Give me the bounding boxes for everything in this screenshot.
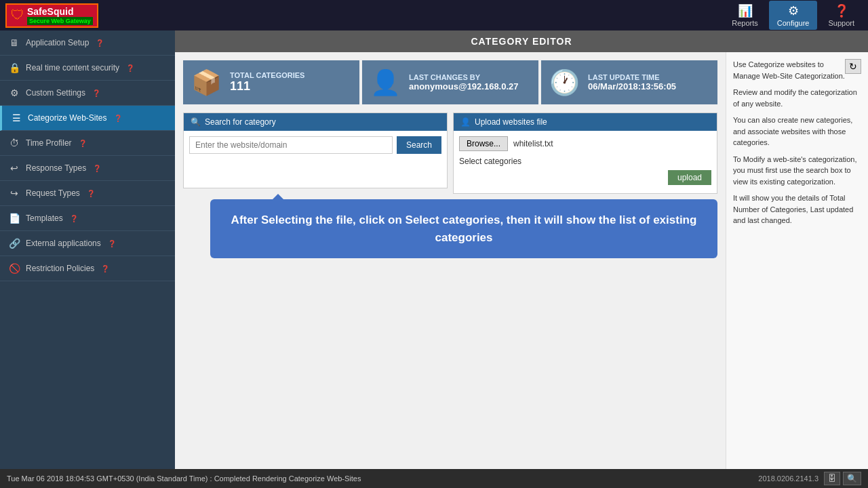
upload-body: Browse... whitelist.txt Select categorie…: [454, 131, 717, 193]
nav-right: 📊 Reports ⚙ Configure ❓ Support: [724, 1, 863, 30]
center-panel: 📦 TOTAL CATEGORIES 111 👤 LAST CHANGES BY…: [175, 52, 726, 469]
status-icon-db[interactable]: 🗄: [824, 472, 840, 485]
stat-value-2: 06/Mar/2018:13:56:05: [588, 81, 676, 92]
sidebar-help-icon-response-types: ❓: [93, 165, 101, 172]
content-area: CATEGORY EDITOR 📦 TOTAL CATEGORIES 111 👤…: [175, 30, 868, 469]
sidebar-item-categorize-web-sites[interactable]: ☰ Categorize Web-Sites ❓: [0, 106, 175, 131]
search-button[interactable]: Search: [397, 136, 441, 154]
file-name: whitelist.txt: [513, 139, 553, 148]
upload-header-label: Upload websites file: [475, 117, 547, 127]
configure-nav-button[interactable]: ⚙ Configure: [769, 1, 818, 30]
logo-icon: 🛡: [11, 7, 24, 23]
sidebar-item-icon-custom-settings: ⚙: [8, 87, 20, 98]
search-section: 🔍 Search for category Search: [183, 113, 448, 188]
tooltip-box: After Selecting the file, click on Selec…: [210, 199, 717, 258]
tooltip-text: After Selecting the file, click on Selec…: [231, 214, 697, 244]
browse-button[interactable]: Browse...: [459, 136, 508, 151]
sidebar-item-label-custom-settings: Custom Settings: [26, 88, 85, 98]
status-icon-search[interactable]: 🔍: [843, 472, 861, 485]
sidebar-item-external-applications[interactable]: 🔗 External applications ❓: [0, 231, 175, 256]
reports-nav-button[interactable]: 📊 Reports: [724, 1, 766, 30]
version-text: 2018.0206.2141.3: [758, 474, 818, 483]
sidebar-help-icon-application-setup: ❓: [96, 39, 104, 47]
stat-icon-0: 📦: [191, 68, 222, 97]
help-paragraph-2: You can also create new categories, and …: [733, 115, 861, 148]
sidebar-item-label-external-applications: External applications: [26, 239, 101, 248]
sidebar-item-icon-categorize-web-sites: ☰: [10, 113, 22, 123]
search-input-row: Search: [189, 136, 441, 154]
select-categories-label: Select categories: [459, 155, 711, 167]
search-upload-row: 🔍 Search for category Search: [183, 113, 717, 194]
sidebar-item-restriction-policies[interactable]: 🚫 Restriction Policies ❓: [0, 256, 175, 281]
sidebar: 🖥 Application Setup ❓ 🔒 Real time conten…: [0, 30, 175, 469]
stat-icon-2: 🕐: [549, 68, 580, 97]
configure-label: Configure: [777, 19, 810, 27]
support-nav-button[interactable]: ❓ Support: [820, 1, 863, 30]
help-paragraph-0: Use Categorize websites to Manage Web-Si…: [733, 59, 861, 81]
sidebar-item-label-templates: Templates: [26, 214, 63, 223]
status-icons: 🗄 🔍: [824, 472, 861, 485]
sidebar-item-icon-time-profiler: ⏱: [8, 138, 20, 148]
status-bar: Tue Mar 06 2018 18:04:53 GMT+0530 (India…: [0, 469, 868, 488]
logo-box: 🛡 SafeSquid Secure Web Gateway: [5, 3, 98, 28]
help-refresh-button[interactable]: ↻: [845, 59, 861, 74]
sidebar-item-custom-settings[interactable]: ⚙ Custom Settings ❓: [0, 81, 175, 106]
sidebar-help-icon-templates: ❓: [70, 215, 78, 222]
sidebar-item-icon-templates: 📄: [8, 213, 20, 224]
stat-card-0: 📦 TOTAL CATEGORIES 111: [183, 60, 359, 104]
sidebar-help-icon-restriction-policies: ❓: [101, 265, 109, 272]
sidebar-item-request-types[interactable]: ↪ Request Types ❓: [0, 181, 175, 206]
sidebar-help-icon-custom-settings: ❓: [92, 89, 100, 97]
stat-card-1: 👤 LAST CHANGES BY anonymous@192.168.0.27: [362, 60, 538, 104]
sidebar-help-icon-external-applications: ❓: [108, 240, 116, 247]
search-section-header: 🔍 Search for category: [184, 113, 447, 131]
search-input[interactable]: [189, 136, 393, 154]
sidebar-item-icon-real-time-content: 🔒: [8, 62, 20, 73]
sidebar-help-icon-time-profiler: ❓: [79, 140, 87, 147]
sidebar-item-label-real-time-content: Real time content security: [26, 63, 119, 73]
top-navigation: 🛡 SafeSquid Secure Web Gateway 📊 Reports…: [0, 0, 868, 30]
sidebar-item-label-categorize-web-sites: Categorize Web-Sites: [28, 113, 107, 123]
sidebar-item-response-types[interactable]: ↩ Response Types ❓: [0, 156, 175, 181]
status-bar-right: 2018.0206.2141.3 🗄 🔍: [758, 472, 861, 485]
main-layout: 🖥 Application Setup ❓ 🔒 Real time conten…: [0, 30, 868, 469]
help-panel: ↻ Use Categorize websites to Manage Web-…: [726, 52, 868, 469]
upload-header-icon: 👤: [460, 117, 471, 127]
help-paragraph-4: It will show you the details of Total Nu…: [733, 192, 861, 226]
configure-icon: ⚙: [788, 3, 799, 18]
help-paragraph-3: To Modify a web-site's categorization, y…: [733, 154, 861, 188]
upload-section-header: 👤 Upload websites file: [454, 113, 717, 131]
logo-tagline: Secure Web Gateway: [27, 17, 93, 25]
file-row: Browse... whitelist.txt: [459, 136, 711, 151]
search-header-icon: 🔍: [191, 117, 201, 127]
stat-info-1: LAST CHANGES BY anonymous@192.168.0.27: [409, 73, 519, 92]
sidebar-item-label-response-types: Response Types: [26, 163, 86, 173]
main-content: 📦 TOTAL CATEGORIES 111 👤 LAST CHANGES BY…: [175, 52, 868, 469]
support-label: Support: [828, 19, 854, 27]
sidebar-item-icon-application-setup: 🖥: [8, 37, 20, 48]
help-paragraph-1: Review and modify the categorization of …: [733, 87, 861, 109]
reports-icon: 📊: [738, 3, 753, 18]
sidebar-item-real-time-content[interactable]: 🔒 Real time content security ❓: [0, 56, 175, 81]
sidebar-item-templates[interactable]: 📄 Templates ❓: [0, 206, 175, 231]
logo-area: 🛡 SafeSquid Secure Web Gateway: [5, 3, 98, 28]
sidebar-item-icon-request-types: ↪: [8, 188, 20, 199]
stat-value-1: anonymous@192.168.0.27: [409, 81, 519, 92]
sidebar-item-label-time-profiler: Time Profiler: [26, 138, 72, 148]
reports-label: Reports: [732, 19, 758, 27]
upload-button[interactable]: upload: [668, 170, 711, 185]
upload-section: 👤 Upload websites file Browse... whiteli…: [453, 113, 717, 194]
sidebar-item-label-application-setup: Application Setup: [26, 38, 89, 47]
stat-card-2: 🕐 LAST UPDATE TIME 06/Mar/2018:13:56:05: [541, 60, 717, 104]
sidebar-item-time-profiler[interactable]: ⏱ Time Profiler ❓: [0, 131, 175, 156]
sidebar-help-icon-request-types: ❓: [87, 190, 95, 197]
page-title: CATEGORY EDITOR: [471, 36, 572, 47]
stat-info-2: LAST UPDATE TIME 06/Mar/2018:13:56:05: [588, 73, 676, 92]
stat-info-0: TOTAL CATEGORIES 111: [230, 71, 304, 94]
stat-label-2: LAST UPDATE TIME: [588, 73, 676, 81]
sidebar-item-icon-response-types: ↩: [8, 163, 20, 174]
sidebar-item-application-setup[interactable]: 🖥 Application Setup ❓: [0, 30, 175, 56]
stat-icon-1: 👤: [370, 68, 401, 97]
search-header-label: Search for category: [205, 117, 276, 127]
sidebar-item-label-request-types: Request Types: [26, 188, 80, 198]
